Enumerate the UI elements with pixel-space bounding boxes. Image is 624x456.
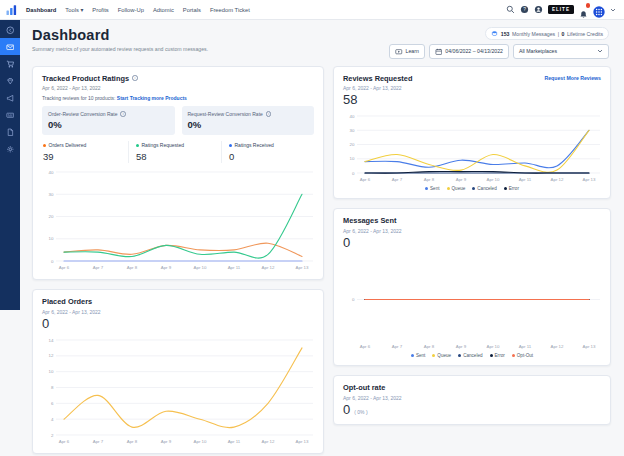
legend-item-error[interactable]: Error [504, 186, 519, 191]
page-title: Dashboard [32, 27, 208, 43]
sidebar-item-diamond[interactable] [0, 72, 20, 89]
tracked-product-ratings-card: Tracked Product Ratings Apr 6, 2022 - Ap… [32, 66, 324, 281]
legend-item-canceled[interactable]: Canceled [458, 353, 482, 358]
svg-text:Apr 11: Apr 11 [228, 439, 241, 444]
legend-label: Sent [430, 186, 439, 191]
marketplace-value: All Marketplaces [519, 48, 557, 54]
date-range-picker[interactable]: 04/06/2022 – 04/13/2022 [429, 44, 509, 59]
sidebar-item-collapse-arrow[interactable] [0, 21, 20, 38]
marketplace-select[interactable]: All Marketplaces [513, 44, 609, 59]
opt-out-value: 0 [343, 403, 350, 417]
svg-text:Apr 9: Apr 9 [456, 177, 467, 182]
stats-row: Orders Delivered39Ratings Requested58Rat… [42, 141, 314, 163]
svg-text:Apr 6: Apr 6 [360, 344, 371, 349]
opt-out-value-row: 0 ( 0% ) [343, 401, 601, 417]
legend-label: Error [509, 186, 519, 191]
legend-item-canceled[interactable]: Canceled [472, 186, 496, 191]
svg-text:Apr 7: Apr 7 [93, 439, 104, 444]
credits-icon [491, 30, 498, 37]
search-icon[interactable] [506, 5, 515, 14]
nav-item-tools[interactable]: Tools ▾ [65, 7, 83, 13]
legend-dot-icon [512, 354, 515, 357]
sidebar-item-megaphone[interactable] [0, 89, 20, 106]
legend-item-queue[interactable]: Queue [432, 353, 451, 358]
legend-item-error[interactable]: Error [490, 353, 505, 358]
date-range-value: 04/06/2022 – 04/13/2022 [445, 48, 503, 54]
document-icon [6, 123, 15, 141]
svg-text:40: 40 [350, 114, 355, 119]
svg-text:Apr 8: Apr 8 [127, 439, 138, 444]
nav-item-profits[interactable]: Profits [92, 7, 108, 13]
legend-item-queue[interactable]: Queue [447, 186, 466, 191]
placed-orders-value: 0 [42, 317, 314, 331]
page-subtitle: Summary metrics of your automated review… [32, 46, 208, 52]
svg-text:Apr 9: Apr 9 [161, 439, 172, 444]
account-avatar[interactable] [593, 4, 605, 16]
legend-item-sent[interactable]: Sent [411, 353, 425, 358]
account-caret-icon[interactable] [610, 7, 616, 13]
nav-item-dashboard[interactable]: Dashboard [26, 7, 56, 13]
sidebar-item-keyword-card[interactable] [0, 106, 20, 123]
svg-text:Apr 12: Apr 12 [551, 344, 564, 349]
svg-text:0: 0 [352, 171, 355, 176]
opt-out-rate-card: Opt-out rate Apr 6, 2022 - Apr 13, 2022 … [333, 375, 611, 425]
legend-item-opt-out[interactable]: Opt-Out [512, 353, 533, 358]
svg-text:Apr 10: Apr 10 [194, 265, 207, 270]
legend-dot-icon [458, 354, 461, 357]
messages-sent-legend: SentQueueCanceledErrorOpt-Out [343, 353, 601, 358]
start-tracking-link[interactable]: Start Tracking more Products [117, 95, 187, 101]
svg-text:Apr 6: Apr 6 [360, 177, 371, 182]
svg-text:20: 20 [49, 214, 54, 219]
learn-button-label: Learn [406, 48, 419, 54]
legend-dot-icon [411, 354, 414, 357]
nav-item-freedom-ticket[interactable]: Freedom Ticket [210, 7, 250, 13]
reviews-requested-title: Reviews Requested [343, 74, 412, 83]
helium10-logo-icon[interactable] [5, 4, 18, 16]
request-more-reviews-link[interactable]: Request More Reviews [544, 75, 601, 81]
nav-item-follow-up[interactable]: Follow-Up [118, 7, 144, 13]
elite-badge[interactable]: ELITE [548, 5, 574, 14]
info-icon[interactable] [132, 75, 138, 81]
tracked-card-title-text: Tracked Product Ratings [42, 74, 129, 83]
svg-text:Apr 11: Apr 11 [519, 177, 532, 182]
placed-orders-title: Placed Orders [42, 297, 314, 306]
tracked-card-date: Apr 6, 2022 - Apr 13, 2022 [42, 85, 314, 91]
svg-text:Apr 13: Apr 13 [296, 439, 309, 444]
nav-item-portals[interactable]: Portals [183, 7, 201, 13]
svg-text:4: 4 [51, 417, 54, 422]
conversion-box-label: Request-Review Conversion Rate [188, 111, 309, 117]
info-icon[interactable] [120, 111, 126, 117]
help-icon[interactable]: ? [520, 5, 529, 14]
keyword-card-icon [6, 106, 15, 124]
svg-text:40: 40 [49, 170, 54, 175]
svg-text:Apr 11: Apr 11 [228, 265, 241, 270]
tracked-card-title: Tracked Product Ratings [42, 74, 314, 83]
svg-text:Apr 7: Apr 7 [392, 344, 403, 349]
legend-label: Canceled [463, 353, 482, 358]
nav-item-adtomic[interactable]: Adtomic [153, 7, 174, 13]
sidebar-item-settings[interactable] [0, 140, 20, 157]
legend-dot-icon [472, 187, 475, 190]
stat-value: 39 [43, 151, 121, 162]
svg-text:Apr 13: Apr 13 [583, 344, 596, 349]
svg-text:Apr 11: Apr 11 [519, 344, 532, 349]
svg-text:Apr 10: Apr 10 [194, 439, 207, 444]
user-icon[interactable] [534, 5, 543, 14]
top-navbar: DashboardTools ▾ProfitsFollow-UpAdtomicP… [0, 0, 624, 20]
info-icon[interactable] [266, 111, 272, 117]
svg-text:0: 0 [352, 297, 355, 302]
sidebar-item-document[interactable] [0, 123, 20, 140]
sidebar-item-cart[interactable] [0, 55, 20, 72]
sidebar-item-followup-mail[interactable] [0, 38, 20, 55]
placed-orders-date: Apr 6, 2022 - Apr 13, 2022 [42, 309, 314, 315]
learn-button[interactable]: Learn [389, 44, 425, 59]
legend-dot-icon [504, 187, 507, 190]
nav-items: DashboardTools ▾ProfitsFollow-UpAdtomicP… [26, 7, 259, 13]
legend-item-sent[interactable]: Sent [425, 186, 439, 191]
messages-sent-date: Apr 6, 2022 - Apr 13, 2022 [343, 228, 601, 234]
placed-orders-card: Placed Orders Apr 6, 2022 - Apr 13, 2022… [32, 289, 324, 454]
page-header-right: 153 Monthly Messages | 0 Lifetime Credit… [389, 27, 609, 59]
svg-text:30: 30 [350, 128, 355, 133]
conversion-box-value: 0% [48, 119, 169, 130]
notifications-bell-icon[interactable] [579, 5, 588, 14]
